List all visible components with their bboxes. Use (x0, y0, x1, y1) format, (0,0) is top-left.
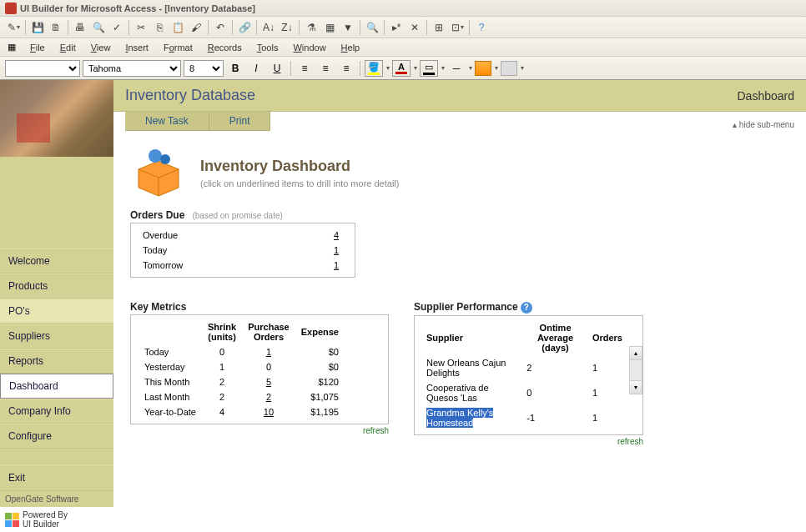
metrics-refresh-link[interactable]: refresh (130, 426, 389, 435)
nav-suppliers[interactable]: Suppliers (0, 324, 113, 349)
po-link[interactable]: 2 (243, 390, 295, 404)
menu-edit[interactable]: Edit (53, 41, 83, 54)
content-title: Inventory Database (125, 87, 255, 104)
align-left-button[interactable]: ≡ (295, 60, 314, 77)
find-icon[interactable]: 🔍 (364, 19, 380, 36)
nav-products[interactable]: Products (0, 274, 113, 299)
underline-button[interactable]: U (268, 60, 286, 77)
nav-company-info[interactable]: Company Info (0, 399, 113, 424)
nav-pos[interactable]: PO's (0, 299, 113, 324)
nav-reports[interactable]: Reports (0, 349, 113, 374)
supplier-perf-title: Supplier Performance (414, 301, 518, 313)
content-area: Inventory Database Dashboard New Task Pr… (113, 80, 806, 532)
key-metrics-title: Key Metrics (130, 301, 186, 313)
bold-button[interactable]: B (226, 60, 244, 77)
overdue-link[interactable]: 4 (320, 228, 353, 242)
table-row: Today01$0 (139, 345, 344, 359)
align-right-button[interactable]: ≡ (337, 60, 355, 77)
sidebar: Welcome Products PO's Suppliers Reports … (0, 80, 113, 532)
app-icon (5, 3, 17, 14)
supplier-table: Supplier Ontime Average(days) Orders New… (421, 319, 627, 431)
hide-submenu-link[interactable]: hide sub-menu (733, 120, 794, 129)
menu-records[interactable]: Records (201, 41, 249, 54)
delete-record-icon[interactable]: ✕ (406, 19, 423, 36)
menu-help[interactable]: Help (335, 41, 367, 54)
design-view-icon[interactable]: ✎▾ (5, 19, 22, 36)
font-size-selector[interactable]: 8 (184, 60, 224, 77)
table-row: Grandma Kelly's Homestead-11 (423, 406, 626, 429)
new-record-icon[interactable]: ▸* (388, 19, 405, 36)
po-link[interactable]: 5 (243, 375, 295, 389)
menu-insert[interactable]: Insert (118, 41, 155, 54)
save-as-icon[interactable]: 🗎 (48, 19, 64, 36)
main-toolbar: ✎▾ 💾 🗎 🖶 🔍 ✓ ✂ ⎘ 📋 🖌 ↶ 🔗 A↓ Z↓ ⚗ ▦ ▼ 🔍 ▸… (0, 17, 806, 38)
line-color-button[interactable]: ▭ (420, 60, 438, 77)
italic-button[interactable]: I (247, 60, 265, 77)
scroll-up-button[interactable]: ▴ (630, 347, 642, 360)
menu-window[interactable]: Window (286, 41, 332, 54)
filter-selection-icon[interactable]: ⚗ (303, 19, 320, 36)
po-link[interactable]: 10 (243, 405, 295, 419)
menu-view[interactable]: View (84, 41, 118, 54)
nav-dashboard[interactable]: Dashboard (0, 374, 113, 399)
svg-point-0 (149, 149, 162, 163)
fill-color-button[interactable]: 🪣 (365, 60, 383, 77)
form-icon[interactable]: ▦ (5, 41, 18, 54)
sort-asc-icon[interactable]: A↓ (260, 19, 277, 36)
scroll-down-button[interactable]: ▾ (630, 380, 642, 394)
content-header: Inventory Database Dashboard (113, 80, 806, 112)
table-row: This Month25$120 (139, 375, 344, 389)
spell-check-icon[interactable]: ✓ (108, 19, 125, 36)
new-object-icon[interactable]: ⊡▾ (449, 19, 466, 36)
nav-exit[interactable]: Exit (0, 464, 113, 491)
print-icon[interactable]: 🖶 (72, 19, 88, 36)
scrollbar[interactable]: ▴ ▾ (629, 346, 642, 394)
copy-icon[interactable]: ⎘ (151, 19, 168, 36)
font-selector[interactable]: Tahoma (83, 60, 181, 77)
help-icon[interactable]: ? (473, 19, 490, 36)
nav-welcome[interactable]: Welcome (0, 248, 113, 274)
print-button[interactable]: Print (209, 112, 271, 130)
menu-tools[interactable]: Tools (250, 41, 285, 54)
hyperlink-icon[interactable]: 🔗 (236, 19, 253, 36)
new-task-button[interactable]: New Task (125, 112, 209, 130)
menu-bar: ▦ File Edit View Insert Format Records T… (0, 38, 806, 57)
sidebar-image (0, 80, 113, 157)
dashboard-title: Inventory Dashboard (200, 158, 399, 175)
orders-due-title: Orders Due (130, 209, 184, 221)
database-window-icon[interactable]: ⊞ (431, 19, 447, 36)
special-effect-2-button[interactable] (501, 61, 517, 76)
dashboard-box-icon (130, 144, 187, 201)
undo-icon[interactable]: ↶ (212, 19, 229, 36)
tomorrow-link[interactable]: 1 (320, 258, 353, 272)
font-color-button[interactable]: A (392, 60, 411, 77)
filter-form-icon[interactable]: ▦ (321, 19, 338, 36)
align-center-button[interactable]: ≡ (316, 60, 335, 77)
title-bar: UI Builder for Microsoft Access - [Inven… (0, 0, 806, 17)
svg-point-1 (160, 154, 170, 164)
line-width-button[interactable]: ─ (447, 60, 466, 77)
format-painter-icon[interactable]: 🖌 (188, 19, 204, 36)
format-toolbar: Tahoma 8 B I U ≡ ≡ ≡ 🪣▾ A▾ ▭▾ ─▾ ▾ ▾ (0, 57, 806, 80)
supplier-refresh-link[interactable]: refresh (414, 437, 643, 446)
special-effect-button[interactable] (475, 61, 491, 76)
object-selector[interactable] (5, 60, 80, 77)
orders-due-subtitle: (based on promise date) (192, 211, 282, 220)
table-row: Cooperativa de Quesos 'Las01 (423, 381, 626, 404)
table-row: New Orleans Cajun Delights21 (423, 356, 626, 379)
cut-icon[interactable]: ✂ (133, 19, 149, 36)
save-icon[interactable]: 💾 (29, 19, 46, 36)
table-row: Yesterday10$0 (139, 360, 344, 374)
table-row: Tomorrow1 (139, 258, 353, 272)
po-link[interactable]: 1 (243, 345, 295, 359)
paste-icon[interactable]: 📋 (169, 19, 186, 36)
menu-format[interactable]: Format (157, 41, 199, 54)
nav-configure[interactable]: Configure (0, 424, 113, 449)
menu-file[interactable]: File (23, 41, 52, 54)
apply-filter-icon[interactable]: ▼ (340, 19, 356, 36)
sort-desc-icon[interactable]: Z↓ (279, 19, 295, 36)
print-preview-icon[interactable]: 🔍 (90, 19, 107, 36)
today-link[interactable]: 1 (320, 243, 353, 257)
table-row: Last Month22$1,075 (139, 390, 344, 404)
help-icon[interactable]: ? (521, 302, 532, 314)
